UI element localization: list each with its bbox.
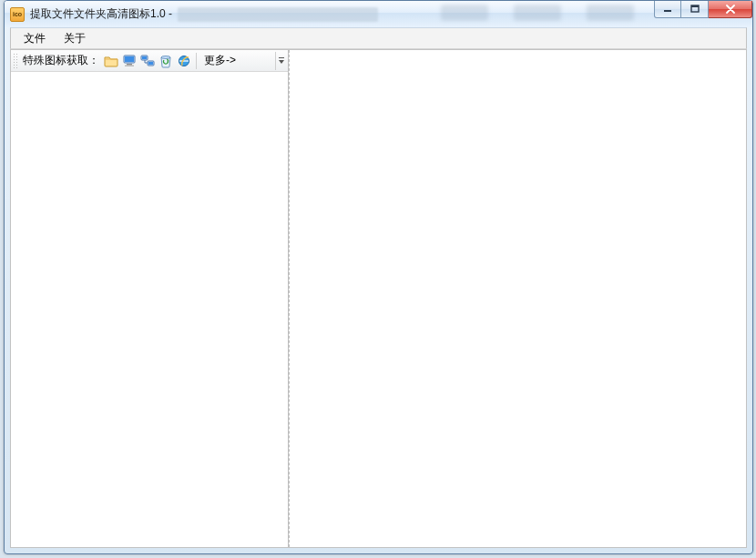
svg-rect-9 [148, 61, 154, 66]
computer-icon[interactable] [121, 53, 138, 69]
internet-explorer-icon[interactable] [176, 53, 192, 69]
toolbar-grip[interactable] [13, 53, 17, 69]
menu-about[interactable]: 关于 [55, 28, 95, 49]
maximize-button[interactable] [681, 1, 709, 18]
svg-rect-6 [125, 65, 134, 66]
window-controls [654, 1, 752, 27]
app-icon: ico [10, 7, 25, 22]
title-blurred-text [178, 7, 378, 22]
svg-point-11 [161, 56, 170, 58]
svg-rect-8 [142, 56, 147, 59]
toolbar: 特殊图标获取： [11, 50, 288, 72]
titlebar[interactable]: ico 提取文件文件夹高清图标1.0 - [5, 1, 752, 27]
recycle-bin-icon[interactable] [158, 53, 174, 69]
toolbar-label: 特殊图标获取： [21, 53, 101, 68]
toolbar-separator [196, 53, 197, 69]
svg-rect-3 [124, 56, 135, 63]
window-title: 提取文件文件夹高清图标1.0 - [30, 6, 172, 22]
toolbar-overflow-button[interactable] [275, 52, 286, 70]
svg-rect-2 [691, 5, 699, 7]
background-ghost [441, 5, 634, 23]
close-button[interactable] [709, 1, 752, 18]
left-content-area[interactable] [11, 72, 288, 547]
svg-rect-10 [148, 62, 153, 65]
svg-rect-0 [664, 10, 671, 12]
svg-rect-1 [691, 5, 699, 12]
network-icon[interactable] [139, 53, 156, 69]
svg-point-12 [179, 56, 189, 66]
client-area: 特殊图标获取： [10, 49, 747, 548]
left-pane: 特殊图标获取： [11, 50, 289, 547]
toolbar-more-button[interactable]: 更多-> [200, 53, 240, 68]
right-pane[interactable] [289, 50, 746, 547]
menu-file[interactable]: 文件 [15, 28, 55, 49]
folder-icon[interactable] [103, 53, 119, 69]
app-window: ico 提取文件文件夹高清图标1.0 - 文件 关于 特殊图标获取： [4, 0, 753, 554]
svg-rect-4 [125, 56, 134, 62]
minimize-button[interactable] [654, 1, 681, 18]
svg-rect-5 [127, 64, 132, 66]
svg-rect-7 [141, 56, 148, 60]
menubar: 文件 关于 [10, 27, 747, 49]
